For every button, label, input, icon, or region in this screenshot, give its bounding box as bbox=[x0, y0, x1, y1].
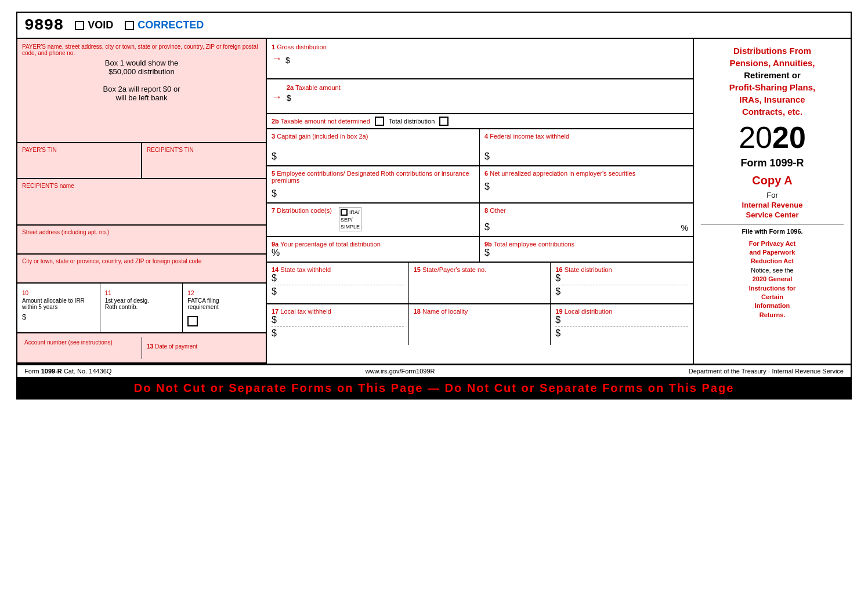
payer-line2: $50,000 distribution bbox=[22, 67, 261, 76]
local-dist-dollar1: $ bbox=[555, 315, 560, 325]
year-prefix: 20 bbox=[739, 121, 772, 154]
sep-item: SEP/ bbox=[341, 217, 360, 223]
do-not-cut: Do Not Cut or Separate Forms on This Pag… bbox=[17, 378, 851, 398]
privacy8: Information bbox=[755, 302, 790, 309]
footer-website: www.irs.gov/Form1099R bbox=[366, 368, 435, 375]
title-line3: Retirement or bbox=[744, 70, 801, 80]
amount-allocable-dollar: $ bbox=[22, 313, 95, 321]
recipient-tin-label: RECIPIENT'S TIN bbox=[147, 147, 261, 153]
distribution-code-label: 7 Distribution code(s) bbox=[272, 207, 332, 214]
gross-dist-dollar: $ bbox=[285, 56, 290, 65]
state-tax-dollar1: $ bbox=[272, 273, 277, 283]
irs-line2: Service Center bbox=[746, 210, 798, 219]
first-year-sublabel: 1st year of desig. Roth contrib. bbox=[105, 297, 178, 310]
pct-total-box: 9a Your percentage of total distribution… bbox=[267, 237, 480, 262]
amount-allocable-label: 10 bbox=[22, 290, 28, 296]
header-row: 9898 VOID CORRECTED bbox=[17, 13, 851, 39]
street-label: Street address (including apt. no.) bbox=[22, 229, 261, 235]
net-unrealized-dollar: $ bbox=[484, 181, 490, 191]
total-emp-dollar: $ bbox=[484, 248, 490, 257]
right-title: Distributions From Pensions, Annuities, … bbox=[701, 45, 844, 118]
account-box: Account number (see instructions) 13 Dat… bbox=[17, 333, 266, 364]
middle-column: 1 Gross distribution → $ → 2a Taxable am… bbox=[267, 39, 694, 364]
total-dist-checkbox[interactable] bbox=[439, 117, 449, 126]
gross-dist-label: 1 Gross distribution bbox=[272, 43, 688, 50]
account-label: Account number (see instructions) bbox=[24, 339, 139, 346]
local-tax-cell: 17 Local tax withheld $ $ bbox=[267, 304, 409, 345]
footer-row: Form 1099-R Cat. No. 14436Q www.irs.gov/… bbox=[17, 364, 851, 378]
recipient-name-label: RECIPIENT'S name bbox=[22, 183, 261, 189]
title-line4: Profit-Sharing Plans, bbox=[729, 82, 815, 92]
recipient-tin-box: RECIPIENT'S TIN bbox=[142, 143, 266, 178]
taxable-not-det-section: 2b Taxable amount not determined bbox=[272, 118, 370, 125]
taxable-amount-box: → 2a Taxable amount $ bbox=[267, 79, 693, 114]
state-dist-cell: 16 State distribution $ $ bbox=[551, 263, 693, 303]
other-pct: % bbox=[681, 223, 688, 233]
payer-tin-label: PAYER'S TIN bbox=[22, 147, 136, 153]
title-line5: IRAs, Insurance bbox=[739, 95, 805, 104]
fatca-label: 12 bbox=[187, 290, 194, 296]
title-line1: Distributions From bbox=[733, 46, 811, 56]
state-dist-label: 16 State distribution bbox=[555, 266, 688, 273]
capital-gain-box: 3 Capital gain (included in box 2a) $ bbox=[267, 129, 480, 165]
first-year-label: 11 bbox=[105, 290, 111, 296]
ira-checkboxes: IRA/ SEP/ SIMPLE bbox=[339, 207, 361, 231]
total-dist-col: Total distribution bbox=[389, 118, 435, 125]
ira-sep-item: IRA/ bbox=[341, 209, 360, 216]
tin-row: PAYER'S TIN RECIPIENT'S TIN bbox=[17, 143, 266, 179]
capital-gain-dollar: $ bbox=[272, 151, 277, 161]
ira-checkbox[interactable] bbox=[341, 209, 348, 216]
state-dist-dollar1: $ bbox=[555, 273, 560, 283]
taxable-amount-label: 2a Taxable amount bbox=[287, 84, 341, 91]
taxable-not-det-row: 2b Taxable amount not determined Total d… bbox=[267, 114, 693, 129]
capital-federal-row: 3 Capital gain (included in box 2a) $ 4 … bbox=[267, 129, 693, 166]
date-label: 13 Date of payment bbox=[147, 343, 197, 350]
footer-form-label: Form 1099-R Cat. No. 14436Q bbox=[24, 368, 111, 375]
irs-line1: Internal Revenue bbox=[742, 201, 803, 209]
taxable-not-det-checkbox[interactable] bbox=[375, 117, 384, 126]
copy-a: Copy A bbox=[701, 174, 844, 187]
capital-gain-label: 3 Capital gain (included in box 2a) bbox=[272, 133, 475, 140]
privacy5: 2020 General bbox=[753, 275, 793, 282]
footer-form-number: 1099-R bbox=[41, 368, 62, 375]
privacy2: and Paperwork bbox=[750, 249, 795, 256]
distribution-code-box: 7 Distribution code(s) IRA/ SEP/ bbox=[267, 204, 480, 236]
fatca-sublabel: FATCA filing requirement bbox=[187, 297, 261, 310]
pct-row: 9a Your percentage of total distribution… bbox=[267, 237, 693, 263]
privacy7: Certain bbox=[761, 293, 783, 300]
pct-total-label: 9a Your percentage of total distribution bbox=[272, 241, 475, 248]
taxable-amount-dollar: $ bbox=[287, 93, 341, 103]
void-label: VOID bbox=[88, 19, 113, 31]
recipient-name-box: RECIPIENT'S name bbox=[17, 179, 266, 226]
federal-tax-label: 4 Federal income tax withheld bbox=[484, 133, 688, 140]
state-tax-label: 14 State tax withheld bbox=[272, 266, 404, 273]
state-tax-cell: 14 State tax withheld $ $ bbox=[267, 263, 409, 303]
locality-name-label: 18 Name of locality bbox=[414, 308, 546, 315]
payer-label: PAYER'S name, street address, city or to… bbox=[22, 43, 261, 56]
fatca-checkbox[interactable] bbox=[187, 316, 198, 326]
privacy9: Returns. bbox=[760, 311, 786, 318]
state-tax-dollar2: $ bbox=[272, 286, 277, 296]
local-dist-dollar2: $ bbox=[555, 328, 560, 338]
corrected-checkbox[interactable] bbox=[125, 21, 134, 30]
locality-name-cell: 18 Name of locality bbox=[409, 304, 551, 345]
total-emp-label: 9b Total employee contributions bbox=[484, 241, 688, 248]
bottom-left: 10 Amount allocable to IRR within 5 year… bbox=[17, 284, 266, 333]
void-checkbox[interactable] bbox=[75, 21, 84, 30]
for-label: For bbox=[766, 191, 778, 199]
federal-tax-box: 4 Federal income tax withheld $ bbox=[480, 129, 693, 165]
employee-contributions-box: 5 Employee contributions/ Designated Rot… bbox=[267, 166, 480, 202]
date-of-payment-section: 13 Date of payment bbox=[142, 337, 261, 359]
state-dist-dollar2: $ bbox=[555, 286, 560, 296]
total-dist-label: Total distribution bbox=[389, 118, 435, 125]
payer-tin-box: PAYER'S TIN bbox=[17, 143, 142, 178]
net-unrealized-label: 6 Net unrealized appreciation in employe… bbox=[484, 170, 688, 177]
first-year-cell: 11 1st year of desig. Roth contrib. bbox=[100, 284, 183, 332]
local-dist-cell: 19 Local distribution $ $ bbox=[551, 304, 693, 345]
local-tax-dollar1: $ bbox=[272, 315, 277, 325]
employee-dollar: $ bbox=[272, 188, 277, 198]
form-name-right: Form 1099-R bbox=[740, 157, 804, 169]
gross-dist-box: 1 Gross distribution → $ bbox=[267, 39, 693, 79]
employee-net-row: 5 Employee contributions/ Designated Rot… bbox=[267, 166, 693, 204]
title-line6: Contracts, etc. bbox=[742, 107, 802, 117]
